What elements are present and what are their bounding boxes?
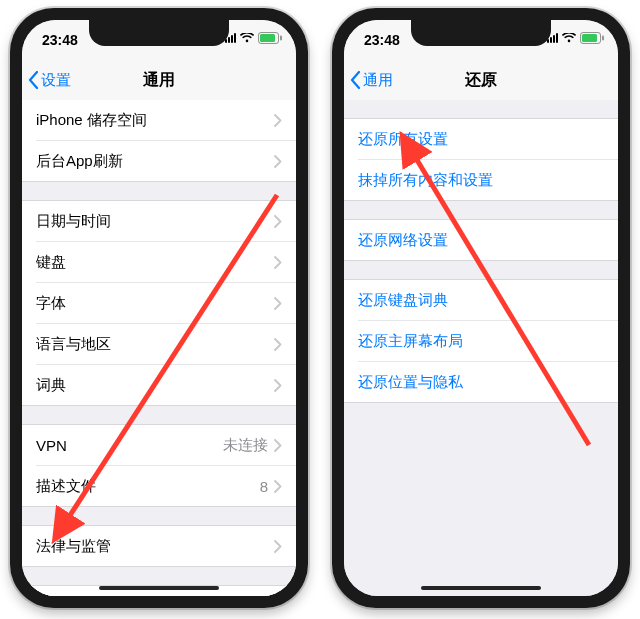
cell-reset-network[interactable]: 还原网络设置 bbox=[344, 220, 618, 260]
cell-date-time[interactable]: 日期与时间 bbox=[22, 201, 296, 241]
cell-label: 词典 bbox=[36, 376, 274, 395]
cell-detail: 8 bbox=[260, 478, 268, 495]
phone-frame-right: 23:48 通用 还原 还原所有设置抹掉所有内容和设置还原网络设置还原键盘词典还… bbox=[332, 8, 630, 608]
screen-right: 23:48 通用 还原 还原所有设置抹掉所有内容和设置还原网络设置还原键盘词典还… bbox=[344, 20, 618, 596]
cell-label: 日期与时间 bbox=[36, 212, 274, 231]
settings-group: 还原所有设置抹掉所有内容和设置 bbox=[344, 118, 618, 201]
cell-label: VPN bbox=[36, 437, 223, 454]
cell-legal[interactable]: 法律与监管 bbox=[22, 526, 296, 566]
chevron-right-icon bbox=[274, 256, 282, 269]
nav-title: 通用 bbox=[143, 70, 175, 91]
chevron-left-icon bbox=[350, 71, 361, 89]
cell-background-app-refresh[interactable]: 后台App刷新 bbox=[22, 141, 296, 181]
content-left[interactable]: iPhone 储存空间后台App刷新日期与时间键盘字体语言与地区词典VPN未连接… bbox=[22, 100, 296, 596]
cell-label: 还原主屏幕布局 bbox=[358, 332, 604, 351]
status-time: 23:48 bbox=[42, 32, 78, 48]
svg-rect-5 bbox=[582, 34, 597, 42]
content-right[interactable]: 还原所有设置抹掉所有内容和设置还原网络设置还原键盘词典还原主屏幕布局还原位置与隐… bbox=[344, 100, 618, 596]
notch bbox=[411, 20, 551, 46]
chevron-left-icon bbox=[28, 71, 39, 89]
cell-label: iPhone 储存空间 bbox=[36, 111, 274, 130]
chevron-right-icon bbox=[274, 439, 282, 452]
cell-label: 字体 bbox=[36, 294, 274, 313]
cell-label: 后台App刷新 bbox=[36, 152, 274, 171]
cell-profiles[interactable]: 描述文件8 bbox=[22, 466, 296, 506]
cell-dictionary[interactable]: 词典 bbox=[22, 365, 296, 405]
cell-label: 描述文件 bbox=[36, 477, 260, 496]
chevron-right-icon bbox=[274, 215, 282, 228]
chevron-right-icon bbox=[274, 155, 282, 168]
notch bbox=[89, 20, 229, 46]
battery-icon bbox=[580, 32, 604, 44]
battery-icon bbox=[258, 32, 282, 44]
settings-group: 法律与监管 bbox=[22, 525, 296, 567]
chevron-right-icon bbox=[274, 114, 282, 127]
screen-left: 23:48 设置 通用 iPhone 储存空间后台App刷新日期与时间键盘字体语… bbox=[22, 20, 296, 596]
settings-group: VPN未连接描述文件8 bbox=[22, 424, 296, 507]
status-icons bbox=[547, 32, 604, 44]
back-button[interactable]: 通用 bbox=[350, 60, 393, 100]
chevron-right-icon bbox=[274, 297, 282, 310]
cell-iphone-storage[interactable]: iPhone 储存空间 bbox=[22, 100, 296, 140]
cell-label: 抹掉所有内容和设置 bbox=[358, 171, 604, 190]
cell-reset-all-settings[interactable]: 还原所有设置 bbox=[344, 119, 618, 159]
cell-label: 键盘 bbox=[36, 253, 274, 272]
chevron-right-icon bbox=[274, 338, 282, 351]
wifi-icon bbox=[240, 33, 254, 43]
settings-group: 还原网络设置 bbox=[344, 219, 618, 261]
svg-rect-1 bbox=[260, 34, 275, 42]
phone-frame-left: 23:48 设置 通用 iPhone 储存空间后台App刷新日期与时间键盘字体语… bbox=[10, 8, 308, 608]
cell-vpn[interactable]: VPN未连接 bbox=[22, 425, 296, 465]
cell-label: 还原网络设置 bbox=[358, 231, 604, 250]
nav-bar: 设置 通用 bbox=[22, 60, 296, 101]
home-indicator[interactable] bbox=[421, 586, 541, 590]
wifi-icon bbox=[562, 33, 576, 43]
cell-label: 语言与地区 bbox=[36, 335, 274, 354]
cell-keyboard[interactable]: 键盘 bbox=[22, 242, 296, 282]
status-time: 23:48 bbox=[364, 32, 400, 48]
settings-group: 还原键盘词典还原主屏幕布局还原位置与隐私 bbox=[344, 279, 618, 403]
settings-group: iPhone 储存空间后台App刷新 bbox=[22, 100, 296, 182]
cell-label: 还原所有设置 bbox=[358, 130, 604, 149]
cell-label: 法律与监管 bbox=[36, 537, 274, 556]
back-button[interactable]: 设置 bbox=[28, 60, 71, 100]
cell-label: 还原键盘词典 bbox=[358, 291, 604, 310]
back-label: 设置 bbox=[41, 71, 71, 90]
settings-group: 日期与时间键盘字体语言与地区词典 bbox=[22, 200, 296, 406]
cell-fonts[interactable]: 字体 bbox=[22, 283, 296, 323]
svg-rect-6 bbox=[602, 36, 604, 41]
cell-reset-location-privacy[interactable]: 还原位置与隐私 bbox=[344, 362, 618, 402]
cell-label: 还原位置与隐私 bbox=[358, 373, 604, 392]
chevron-right-icon bbox=[274, 379, 282, 392]
cell-reset-home-layout[interactable]: 还原主屏幕布局 bbox=[344, 321, 618, 361]
nav-title: 还原 bbox=[465, 70, 497, 91]
chevron-right-icon bbox=[274, 480, 282, 493]
back-label: 通用 bbox=[363, 71, 393, 90]
cell-erase-all[interactable]: 抹掉所有内容和设置 bbox=[344, 160, 618, 200]
cell-language-region[interactable]: 语言与地区 bbox=[22, 324, 296, 364]
status-icons bbox=[225, 32, 282, 44]
cell-reset-keyboard-dict[interactable]: 还原键盘词典 bbox=[344, 280, 618, 320]
svg-rect-2 bbox=[280, 36, 282, 41]
chevron-right-icon bbox=[274, 540, 282, 553]
nav-bar: 通用 还原 bbox=[344, 60, 618, 101]
home-indicator[interactable] bbox=[99, 586, 219, 590]
cell-detail: 未连接 bbox=[223, 436, 268, 455]
